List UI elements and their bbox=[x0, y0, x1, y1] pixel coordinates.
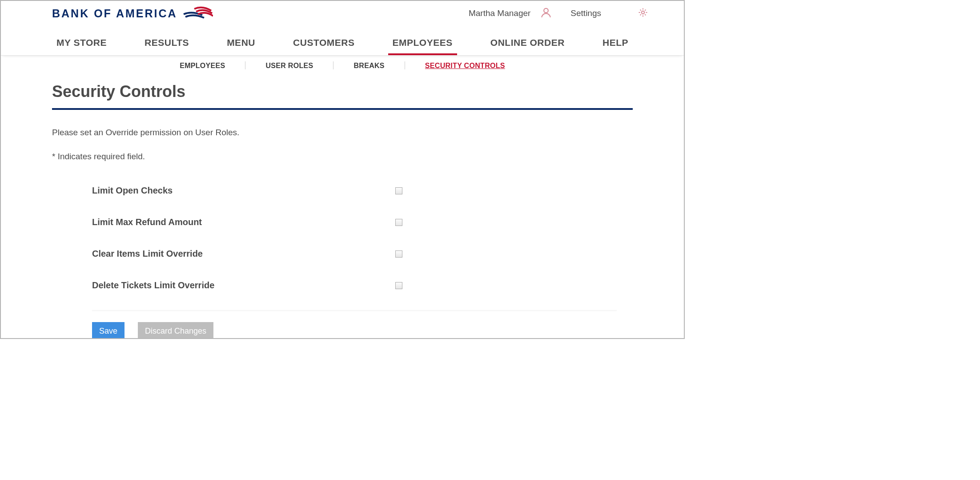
main-nav-my-store[interactable]: MY STORE bbox=[52, 35, 111, 55]
main-nav-help[interactable]: HELP bbox=[598, 35, 633, 55]
flag-icon bbox=[183, 6, 213, 20]
page-title: Security Controls bbox=[1, 74, 684, 108]
form-row: Clear Items Limit Override bbox=[92, 242, 617, 274]
main-nav-customers[interactable]: CUSTOMERS bbox=[289, 35, 359, 55]
divider bbox=[405, 61, 405, 69]
settings-link[interactable]: Settings bbox=[570, 8, 601, 18]
form-label: Limit Open Checks bbox=[92, 186, 395, 196]
sub-nav: EMPLOYEESUSER ROLESBREAKSSECURITY CONTRO… bbox=[1, 56, 684, 74]
save-button[interactable]: Save bbox=[92, 322, 125, 339]
sub-nav-user-roles[interactable]: USER ROLES bbox=[265, 62, 313, 70]
svg-point-1 bbox=[642, 11, 644, 14]
main-nav-results[interactable]: RESULTS bbox=[140, 35, 193, 55]
intro-text: Please set an Override permission on Use… bbox=[1, 128, 684, 137]
checkbox-limit-max-refund-amount[interactable] bbox=[395, 219, 402, 226]
main-nav-employees[interactable]: EMPLOYEES bbox=[388, 35, 457, 55]
sub-nav-breaks[interactable]: BREAKS bbox=[353, 62, 384, 70]
main-nav: MY STORERESULTSMENUCUSTOMERSEMPLOYEESONL… bbox=[1, 20, 684, 56]
title-underline bbox=[52, 108, 633, 110]
form-label: Limit Max Refund Amount bbox=[92, 217, 395, 227]
logo-text: BANK OF AMERICA bbox=[52, 7, 177, 20]
svg-point-0 bbox=[544, 8, 548, 13]
checkbox-clear-items-limit-override[interactable] bbox=[395, 250, 402, 258]
main-nav-online-order[interactable]: ONLINE ORDER bbox=[486, 35, 569, 55]
discard-changes-button[interactable]: Discard Changes bbox=[138, 322, 213, 339]
user-icon[interactable] bbox=[540, 7, 552, 20]
checkbox-delete-tickets-limit-override[interactable] bbox=[395, 282, 402, 289]
form-label: Delete Tickets Limit Override bbox=[92, 280, 395, 290]
sub-nav-employees[interactable]: EMPLOYEES bbox=[180, 62, 225, 70]
logo: BANK OF AMERICA bbox=[52, 6, 213, 20]
form-row: Delete Tickets Limit Override bbox=[92, 274, 617, 306]
form-separator bbox=[92, 310, 617, 311]
user-name[interactable]: Martha Manager bbox=[469, 8, 530, 18]
form-label: Clear Items Limit Override bbox=[92, 249, 395, 259]
checkbox-limit-open-checks[interactable] bbox=[395, 187, 402, 194]
divider bbox=[245, 61, 245, 69]
gear-icon[interactable] bbox=[611, 7, 648, 20]
main-nav-menu[interactable]: MENU bbox=[222, 35, 260, 55]
required-note: * Indicates required field. bbox=[1, 152, 684, 161]
form-row: Limit Open Checks bbox=[92, 179, 617, 211]
sub-nav-security-controls[interactable]: SECURITY CONTROLS bbox=[425, 62, 505, 70]
form-row: Limit Max Refund Amount bbox=[92, 211, 617, 242]
divider bbox=[333, 61, 333, 69]
